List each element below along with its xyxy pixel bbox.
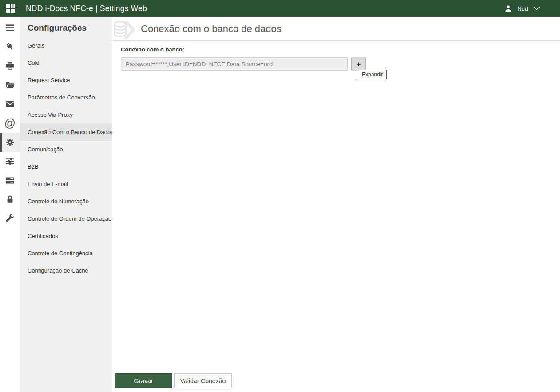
mail-icon: [5, 99, 15, 109]
sidebar-item[interactable]: Conexão Com o Banco de Dados: [20, 123, 112, 141]
sidebar-item[interactable]: Configuração de Cache: [20, 262, 112, 279]
sidebar-item[interactable]: Comunicação: [20, 141, 112, 158]
sidebar-item[interactable]: Acesso Via Proxy: [20, 106, 112, 123]
connection-input-row: + Expandir: [121, 57, 560, 71]
top-bar: NDD i-Docs NFC-e | Settings Web Ndd: [0, 0, 560, 17]
sidebar-nav: GeraisColdRequest ServiceParâmetros de C…: [20, 37, 112, 279]
sidebar-item[interactable]: Request Service: [20, 71, 112, 89]
connection-string-input[interactable]: [121, 57, 348, 71]
app-title: NDD i-Docs NFC-e | Settings Web: [26, 4, 147, 13]
user-icon: [504, 4, 512, 13]
sidebar-item[interactable]: Envio de E-mail: [20, 175, 112, 193]
rail-item-printer[interactable]: [0, 56, 20, 75]
icon-rail: @: [0, 17, 20, 392]
page-header: Conexão com o banco de dados: [112, 17, 560, 41]
apps-grid-icon[interactable]: [5, 3, 16, 14]
user-name: Ndd: [517, 5, 528, 12]
rail-item-server[interactable]: [0, 171, 20, 190]
sidebar-item[interactable]: Parâmetros de Conversão: [20, 89, 112, 106]
sidebar-item[interactable]: Controle de Contingência: [20, 245, 112, 262]
validate-connection-button[interactable]: Validar Conexão: [174, 373, 232, 388]
rail-item-plug[interactable]: [0, 37, 20, 56]
rail-item-settings[interactable]: [0, 133, 20, 152]
sliders-icon: [5, 156, 15, 166]
app-shell: @: [0, 17, 560, 392]
user-menu[interactable]: Ndd: [504, 4, 540, 13]
menu-icon: [5, 23, 15, 33]
database-icon: [114, 21, 136, 39]
rail-item-mail[interactable]: [0, 95, 20, 114]
rail-item-folder[interactable]: [0, 75, 20, 95]
chevron-down-icon: [533, 6, 540, 11]
expand-button[interactable]: +: [351, 57, 366, 71]
server-icon: [5, 175, 15, 186]
sidebar-item[interactable]: Cold: [20, 54, 112, 71]
wrench-icon: [5, 214, 15, 224]
rail-item-menu[interactable]: [0, 18, 20, 37]
printer-icon: [5, 61, 15, 71]
save-button[interactable]: Gravar: [115, 373, 172, 388]
lock-icon: [5, 194, 15, 205]
folder-open-icon: [5, 80, 15, 90]
expand-wrap: + Expandir: [351, 57, 366, 71]
rail-item-lock[interactable]: [0, 190, 20, 209]
rail-item-at[interactable]: @: [0, 114, 20, 133]
sidebar-item[interactable]: Controle de Numeração: [20, 193, 112, 210]
main-panel: Conexão com o banco de dados Conexão com…: [112, 17, 560, 392]
sidebar-item[interactable]: Controle de Ordem de Operação: [20, 210, 112, 227]
settings-sidebar: Configurações GeraisColdRequest ServiceP…: [20, 17, 112, 392]
rail-item-sliders[interactable]: [0, 152, 20, 171]
page-title: Conexão com o banco de dados: [141, 23, 282, 35]
action-footer: Gravar Validar Conexão: [115, 373, 232, 388]
expand-tooltip: Expandir: [358, 70, 387, 79]
at-sign-icon: @: [4, 118, 16, 129]
sidebar-item[interactable]: B2B: [20, 158, 112, 175]
connection-field-label: Conexão com o banco:: [121, 46, 560, 53]
grid-logo-icon: [5, 3, 16, 14]
sidebar-item[interactable]: Gerais: [20, 37, 112, 54]
sidebar-item[interactable]: Certificados: [20, 227, 112, 245]
page-content: Conexão com o banco: + Expandir: [112, 41, 560, 71]
rail-item-wrench[interactable]: [0, 209, 20, 228]
gear-icon: [5, 137, 15, 147]
sidebar-title: Configurações: [20, 17, 112, 37]
plug-icon: [5, 42, 15, 52]
